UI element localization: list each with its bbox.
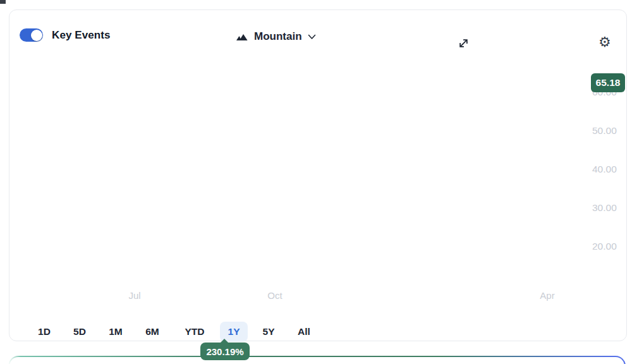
range-button-1m[interactable]: 1M bbox=[103, 322, 128, 342]
y-axis-label: 20.00 bbox=[592, 241, 630, 252]
y-axis-label: 40.00 bbox=[592, 164, 630, 175]
key-events-toggle-group: Key Events bbox=[20, 28, 111, 42]
chevron-down-icon bbox=[308, 34, 316, 40]
change-percent-tooltip: 230.19% bbox=[200, 343, 250, 360]
x-axis-label: Oct bbox=[256, 290, 294, 301]
y-axis-label: 50.00 bbox=[592, 125, 630, 136]
chart-card: Key Events Mountain ⚙ 60.0050.0040.0030.… bbox=[9, 9, 627, 341]
settings-button[interactable]: ⚙ bbox=[597, 34, 612, 51]
range-button-5d[interactable]: 5D bbox=[68, 322, 92, 342]
range-button-1d[interactable]: 1D bbox=[32, 322, 56, 342]
chart-type-dropdown[interactable]: Mountain bbox=[232, 28, 320, 46]
chart-type-label: Mountain bbox=[254, 30, 302, 43]
expand-icon bbox=[457, 37, 470, 50]
range-button-5y[interactable]: 5Y bbox=[256, 322, 281, 342]
bottom-card bbox=[8, 356, 626, 364]
key-events-toggle[interactable] bbox=[20, 28, 43, 42]
x-axis-label: Jul bbox=[116, 290, 154, 301]
range-button-ytd[interactable]: YTD bbox=[179, 322, 210, 342]
range-button-6m[interactable]: 6M bbox=[140, 322, 165, 342]
bottom-card-inner bbox=[9, 357, 624, 364]
range-button-all[interactable]: All bbox=[291, 322, 317, 342]
toggle-knob bbox=[31, 30, 42, 41]
last-price-badge: 65.18 bbox=[591, 73, 625, 92]
key-events-label: Key Events bbox=[52, 29, 111, 42]
mountain-icon bbox=[236, 32, 248, 41]
x-axis-label: Apr bbox=[528, 290, 566, 301]
y-axis-label: 30.00 bbox=[592, 202, 630, 214]
range-selector: 1D 5D 1M 6M YTD 1Y 5Y All bbox=[9, 321, 626, 343]
gear-icon: ⚙ bbox=[599, 34, 611, 50]
expand-button[interactable] bbox=[456, 35, 471, 51]
